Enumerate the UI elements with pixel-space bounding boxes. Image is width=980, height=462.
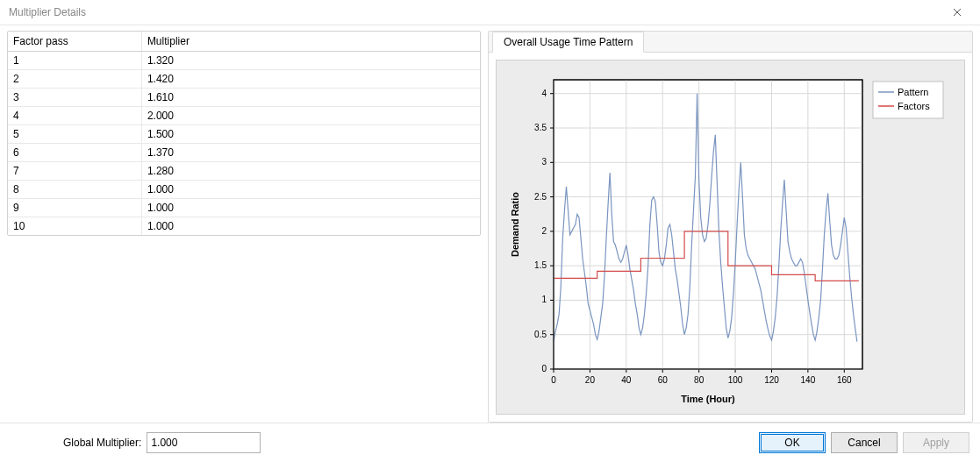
cell-multiplier[interactable]: 1.320 — [141, 52, 480, 70]
cell-multiplier[interactable]: 1.280 — [141, 162, 480, 181]
svg-text:2.5: 2.5 — [534, 191, 547, 201]
svg-text:3: 3 — [541, 157, 547, 167]
svg-text:0: 0 — [551, 375, 556, 385]
cell-multiplier[interactable]: 2.000 — [141, 107, 480, 125]
apply-button[interactable]: Apply — [903, 432, 969, 453]
cell-factor-pass[interactable]: 7 — [8, 162, 141, 181]
close-icon — [953, 8, 962, 17]
table-pane: Factor pass Multiplier 11.32021.42031.61… — [7, 31, 481, 423]
cell-multiplier[interactable]: 1.370 — [141, 144, 480, 162]
ok-button[interactable]: OK — [759, 432, 826, 453]
cell-factor-pass[interactable]: 3 — [8, 89, 141, 107]
footer: Global Multiplier: OK Cancel Apply — [0, 423, 980, 462]
table-row[interactable]: 101.000 — [8, 217, 480, 236]
cell-multiplier[interactable]: 1.610 — [141, 89, 480, 107]
cell-multiplier[interactable]: 1.000 — [141, 217, 480, 236]
content: Factor pass Multiplier 11.32021.42031.61… — [0, 25, 980, 462]
cancel-button[interactable]: Cancel — [831, 432, 898, 453]
svg-text:60: 60 — [657, 375, 668, 385]
svg-text:Pattern: Pattern — [898, 87, 928, 97]
svg-text:1.5: 1.5 — [534, 260, 547, 270]
multiplier-details-window: Multiplier Details Factor pass Multiplie… — [0, 0, 980, 462]
global-multiplier-label: Global Multiplier: — [63, 437, 141, 449]
table-row[interactable]: 91.000 — [8, 199, 480, 217]
cell-multiplier[interactable]: 1.000 — [141, 199, 480, 217]
table-row[interactable]: 42.000 — [8, 107, 480, 125]
main-area: Factor pass Multiplier 11.32021.42031.61… — [0, 25, 980, 423]
svg-text:120: 120 — [764, 375, 779, 385]
cell-factor-pass[interactable]: 6 — [8, 144, 141, 162]
tab-overall-usage[interactable]: Overall Usage Time Pattern — [492, 32, 644, 53]
titlebar: Multiplier Details — [0, 0, 980, 25]
svg-text:2: 2 — [541, 225, 547, 235]
svg-text:140: 140 — [800, 375, 815, 385]
svg-text:0: 0 — [541, 364, 547, 373]
table-header-row: Factor pass Multiplier — [8, 32, 480, 52]
cell-multiplier[interactable]: 1.000 — [141, 181, 480, 199]
table-row[interactable]: 11.320 — [8, 52, 480, 70]
svg-text:100: 100 — [727, 375, 742, 385]
global-multiplier-input[interactable] — [147, 432, 261, 453]
cell-factor-pass[interactable]: 5 — [8, 125, 141, 144]
svg-text:0.5: 0.5 — [534, 329, 547, 338]
table-row[interactable]: 51.500 — [8, 125, 480, 144]
svg-text:Time (Hour): Time (Hour) — [681, 394, 735, 404]
cell-multiplier[interactable]: 1.500 — [141, 125, 480, 144]
cell-factor-pass[interactable]: 8 — [8, 181, 141, 199]
cell-factor-pass[interactable]: 2 — [8, 70, 141, 89]
svg-text:20: 20 — [584, 375, 595, 385]
table-row[interactable]: 81.000 — [8, 181, 480, 199]
table-row[interactable]: 31.610 — [8, 89, 480, 107]
svg-text:80: 80 — [694, 375, 705, 385]
usage-chart: 02040608010012014016000.511.522.533.54Ti… — [503, 62, 959, 413]
svg-text:160: 160 — [836, 375, 851, 385]
window-title: Multiplier Details — [9, 6, 940, 18]
tabstrip: Overall Usage Time Pattern — [489, 31, 972, 52]
cell-factor-pass[interactable]: 10 — [8, 217, 141, 236]
multiplier-grid[interactable]: Factor pass Multiplier 11.32021.42031.61… — [7, 31, 481, 236]
col-factor-pass[interactable]: Factor pass — [8, 32, 141, 52]
close-button[interactable] — [940, 0, 975, 25]
cell-multiplier[interactable]: 1.420 — [141, 70, 480, 89]
cell-factor-pass[interactable]: 4 — [8, 107, 141, 125]
table-row[interactable]: 71.280 — [8, 162, 480, 181]
table-row[interactable]: 61.370 — [8, 144, 480, 162]
svg-text:1: 1 — [541, 295, 547, 304]
svg-text:4: 4 — [541, 88, 547, 97]
tab-content: 02040608010012014016000.511.522.533.54Ti… — [489, 52, 972, 422]
tab-container: Overall Usage Time Pattern 0204060801001… — [488, 31, 973, 423]
chart-plate: 02040608010012014016000.511.522.533.54Ti… — [496, 60, 965, 415]
chart-pane: Overall Usage Time Pattern 0204060801001… — [488, 31, 973, 423]
svg-text:Demand Ratio: Demand Ratio — [510, 191, 520, 256]
cell-factor-pass[interactable]: 1 — [8, 52, 141, 70]
svg-text:Factors: Factors — [898, 101, 930, 111]
table-row[interactable]: 21.420 — [8, 70, 480, 89]
svg-text:40: 40 — [621, 375, 632, 385]
svg-text:3.5: 3.5 — [534, 123, 547, 132]
col-multiplier[interactable]: Multiplier — [141, 32, 480, 52]
cell-factor-pass[interactable]: 9 — [8, 199, 141, 217]
